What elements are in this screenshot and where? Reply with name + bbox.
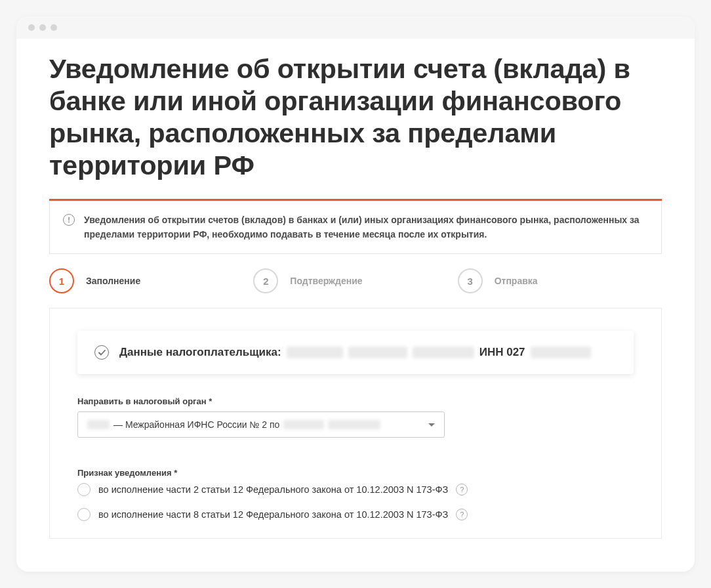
notification-option-1[interactable]: во исполнение части 2 статьи 12 Федераль…: [77, 483, 634, 496]
step-3[interactable]: 3 Отправка: [458, 268, 662, 293]
window-dot-red[interactable]: [28, 24, 35, 31]
notification-option-2[interactable]: во исполнение части 8 статьи 12 Федераль…: [77, 508, 634, 521]
browser-window: Уведомление об открытии счета (вклада) в…: [16, 16, 695, 572]
fade-overlay: [16, 539, 695, 572]
chevron-down-icon: [428, 423, 435, 427]
check-icon: [94, 345, 109, 360]
inn-prefix: ИНН 027: [479, 346, 525, 359]
taxpayer-summary[interactable]: Данные налогоплательщика: ИНН 027: [77, 331, 634, 374]
tax-authority-value: — Межрайонная ИФНС России № 2 по: [87, 419, 380, 430]
page-title: Уведомление об открытии счета (вклада) в…: [49, 53, 662, 182]
step-2[interactable]: 2 Подтверждение: [253, 268, 457, 293]
tax-authority-select[interactable]: — Межрайонная ИФНС России № 2 по: [77, 411, 445, 438]
radio-2[interactable]: [77, 508, 91, 521]
help-icon[interactable]: ?: [456, 509, 468, 520]
radio-2-label: во исполнение части 8 статьи 12 Федераль…: [98, 509, 448, 520]
info-icon: !: [63, 214, 75, 226]
redacted-name-2: [348, 346, 407, 358]
help-icon[interactable]: ?: [456, 484, 468, 495]
notification-type-label: Признак уведомления *: [77, 468, 634, 478]
taxpayer-summary-text: Данные налогоплательщика: ИНН 027: [119, 346, 591, 359]
redacted-inn-tail: [531, 346, 591, 358]
redacted-name-1: [287, 346, 343, 358]
window-dot-yellow[interactable]: [39, 24, 46, 31]
info-banner: ! Уведомления об открытии счетов (вкладо…: [49, 201, 662, 254]
redacted-name-3: [413, 346, 474, 358]
radio-1-label: во исполнение части 2 статьи 12 Федераль…: [98, 484, 448, 495]
redacted-region-1: [283, 420, 324, 429]
redacted-code: [87, 420, 110, 429]
browser-chrome: [16, 16, 695, 39]
step-1-number: 1: [49, 268, 74, 293]
redacted-region-2: [328, 420, 380, 429]
tax-authority-text: — Межрайонная ИФНС России № 2 по: [113, 419, 279, 430]
step-1-label: Заполнение: [86, 276, 140, 286]
step-3-number: 3: [458, 268, 483, 293]
step-1[interactable]: 1 Заполнение: [49, 268, 253, 293]
info-text: Уведомления об открытии счетов (вкладов)…: [84, 213, 641, 242]
page-content: Уведомление об открытии счета (вклада) в…: [16, 39, 695, 539]
taxpayer-label: Данные налогоплательщика:: [119, 346, 281, 359]
form-panel: Данные налогоплательщика: ИНН 027 Направ…: [49, 308, 662, 539]
window-dot-green[interactable]: [51, 24, 57, 31]
stepper: 1 Заполнение 2 Подтверждение 3 Отправка: [49, 254, 662, 308]
step-2-label: Подтверждение: [290, 276, 362, 286]
radio-1[interactable]: [77, 483, 91, 496]
step-3-label: Отправка: [495, 276, 538, 286]
step-2-number: 2: [253, 268, 278, 293]
tax-authority-label: Направить в налоговый орган *: [77, 396, 634, 406]
